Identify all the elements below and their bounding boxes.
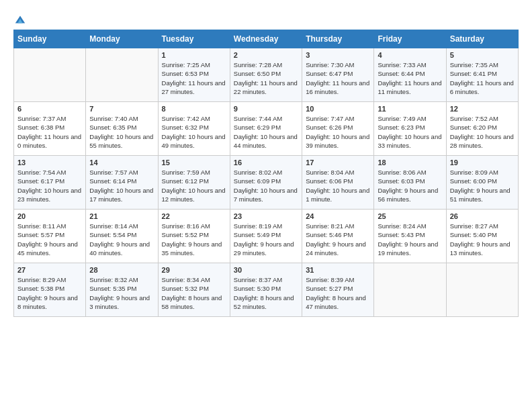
calendar-cell: 2Sunrise: 7:28 AMSunset: 6:50 PMDaylight… <box>230 48 302 102</box>
day-detail: Sunrise: 7:52 AMSunset: 6:20 PMDaylight:… <box>450 114 515 150</box>
day-number: 26 <box>450 212 515 220</box>
calendar-cell: 11Sunrise: 7:49 AMSunset: 6:23 PMDayligh… <box>374 102 446 156</box>
day-number: 15 <box>162 158 226 167</box>
day-number: 24 <box>306 212 370 220</box>
day-number: 19 <box>450 158 515 167</box>
day-number: 31 <box>306 266 370 274</box>
calendar-cell: 20Sunrise: 8:11 AMSunset: 5:57 PMDayligh… <box>14 210 86 263</box>
day-number: 23 <box>234 212 298 220</box>
calendar-cell: 14Sunrise: 7:57 AMSunset: 6:14 PMDayligh… <box>86 156 158 210</box>
day-number: 14 <box>89 158 154 167</box>
calendar-cell <box>374 263 446 317</box>
calendar-cell: 30Sunrise: 8:37 AMSunset: 5:30 PMDayligh… <box>230 263 302 317</box>
day-number: 13 <box>17 158 82 167</box>
calendar-cell <box>86 48 158 102</box>
calendar-cell: 26Sunrise: 8:27 AMSunset: 5:40 PMDayligh… <box>446 210 518 263</box>
day-detail: Sunrise: 8:21 AMSunset: 5:46 PMDaylight:… <box>306 222 370 257</box>
column-header-friday: Friday <box>374 30 446 48</box>
week-row-1: 1Sunrise: 7:25 AMSunset: 6:53 PMDaylight… <box>14 48 519 102</box>
calendar-cell: 8Sunrise: 7:42 AMSunset: 6:32 PMDaylight… <box>158 102 230 156</box>
day-number: 12 <box>450 105 515 113</box>
column-header-tuesday: Tuesday <box>158 30 230 48</box>
calendar-cell: 23Sunrise: 8:19 AMSunset: 5:49 PMDayligh… <box>230 210 302 263</box>
day-number: 20 <box>17 212 82 220</box>
column-header-sunday: Sunday <box>14 30 86 48</box>
calendar-cell: 12Sunrise: 7:52 AMSunset: 6:20 PMDayligh… <box>446 102 518 156</box>
logo-icon <box>14 13 26 26</box>
calendar-cell: 24Sunrise: 8:21 AMSunset: 5:46 PMDayligh… <box>302 210 374 263</box>
day-detail: Sunrise: 8:16 AMSunset: 5:52 PMDaylight:… <box>162 222 226 257</box>
calendar-cell: 27Sunrise: 8:29 AMSunset: 5:38 PMDayligh… <box>14 263 86 317</box>
calendar-cell: 15Sunrise: 7:59 AMSunset: 6:12 PMDayligh… <box>158 156 230 210</box>
calendar-cell: 3Sunrise: 7:30 AMSunset: 6:47 PMDaylight… <box>302 48 374 102</box>
day-detail: Sunrise: 7:59 AMSunset: 6:12 PMDaylight:… <box>162 168 226 203</box>
day-detail: Sunrise: 8:11 AMSunset: 5:57 PMDaylight:… <box>17 222 82 257</box>
calendar-cell: 9Sunrise: 7:44 AMSunset: 6:29 PMDaylight… <box>230 102 302 156</box>
day-detail: Sunrise: 7:40 AMSunset: 6:35 PMDaylight:… <box>89 114 154 150</box>
day-number: 5 <box>450 51 515 59</box>
day-number: 29 <box>162 266 226 274</box>
day-detail: Sunrise: 8:27 AMSunset: 5:40 PMDaylight:… <box>450 222 515 257</box>
week-row-4: 20Sunrise: 8:11 AMSunset: 5:57 PMDayligh… <box>14 210 519 263</box>
day-detail: Sunrise: 8:06 AMSunset: 6:03 PMDaylight:… <box>378 168 442 203</box>
day-detail: Sunrise: 8:24 AMSunset: 5:43 PMDaylight:… <box>378 222 442 257</box>
day-detail: Sunrise: 7:47 AMSunset: 6:26 PMDaylight:… <box>306 114 370 150</box>
day-detail: Sunrise: 8:39 AMSunset: 5:27 PMDaylight:… <box>306 275 370 311</box>
day-number: 6 <box>17 105 82 113</box>
week-row-2: 6Sunrise: 7:37 AMSunset: 6:38 PMDaylight… <box>14 102 519 156</box>
calendar-cell: 13Sunrise: 7:54 AMSunset: 6:17 PMDayligh… <box>14 156 86 210</box>
day-detail: Sunrise: 8:14 AMSunset: 5:54 PMDaylight:… <box>89 222 154 257</box>
calendar-cell: 21Sunrise: 8:14 AMSunset: 5:54 PMDayligh… <box>86 210 158 263</box>
day-number: 22 <box>162 212 226 220</box>
logo <box>13 13 26 23</box>
day-detail: Sunrise: 8:34 AMSunset: 5:32 PMDaylight:… <box>162 275 226 311</box>
calendar-cell: 19Sunrise: 8:09 AMSunset: 6:00 PMDayligh… <box>446 156 518 210</box>
week-row-3: 13Sunrise: 7:54 AMSunset: 6:17 PMDayligh… <box>14 156 519 210</box>
day-detail: Sunrise: 8:04 AMSunset: 6:06 PMDaylight:… <box>306 168 370 203</box>
day-detail: Sunrise: 7:54 AMSunset: 6:17 PMDaylight:… <box>17 168 82 203</box>
calendar-cell: 4Sunrise: 7:33 AMSunset: 6:44 PMDaylight… <box>374 48 446 102</box>
day-detail: Sunrise: 7:42 AMSunset: 6:32 PMDaylight:… <box>162 114 226 150</box>
day-detail: Sunrise: 8:29 AMSunset: 5:38 PMDaylight:… <box>17 275 82 311</box>
column-header-saturday: Saturday <box>446 30 518 48</box>
day-detail: Sunrise: 8:02 AMSunset: 6:09 PMDaylight:… <box>234 168 298 203</box>
day-number: 18 <box>378 158 442 167</box>
calendar-cell: 17Sunrise: 8:04 AMSunset: 6:06 PMDayligh… <box>302 156 374 210</box>
day-detail: Sunrise: 7:25 AMSunset: 6:53 PMDaylight:… <box>162 60 226 96</box>
calendar-cell: 6Sunrise: 7:37 AMSunset: 6:38 PMDaylight… <box>14 102 86 156</box>
day-detail: Sunrise: 8:09 AMSunset: 6:00 PMDaylight:… <box>450 168 515 203</box>
calendar-cell: 18Sunrise: 8:06 AMSunset: 6:03 PMDayligh… <box>374 156 446 210</box>
day-number: 7 <box>89 105 154 113</box>
calendar-cell: 22Sunrise: 8:16 AMSunset: 5:52 PMDayligh… <box>158 210 230 263</box>
day-number: 9 <box>234 105 298 113</box>
day-number: 27 <box>17 266 82 274</box>
day-detail: Sunrise: 8:19 AMSunset: 5:49 PMDaylight:… <box>234 222 298 257</box>
day-number: 4 <box>378 51 442 59</box>
day-number: 21 <box>89 212 154 220</box>
header-row: SundayMondayTuesdayWednesdayThursdayFrid… <box>14 30 519 48</box>
column-header-thursday: Thursday <box>302 30 374 48</box>
day-detail: Sunrise: 7:44 AMSunset: 6:29 PMDaylight:… <box>234 114 298 150</box>
calendar-cell: 7Sunrise: 7:40 AMSunset: 6:35 PMDaylight… <box>86 102 158 156</box>
calendar-cell: 1Sunrise: 7:25 AMSunset: 6:53 PMDaylight… <box>158 48 230 102</box>
day-detail: Sunrise: 7:57 AMSunset: 6:14 PMDaylight:… <box>89 168 154 203</box>
day-detail: Sunrise: 7:37 AMSunset: 6:38 PMDaylight:… <box>17 114 82 150</box>
day-number: 1 <box>162 51 226 59</box>
day-detail: Sunrise: 7:30 AMSunset: 6:47 PMDaylight:… <box>306 60 370 96</box>
day-number: 16 <box>234 158 298 167</box>
week-row-5: 27Sunrise: 8:29 AMSunset: 5:38 PMDayligh… <box>14 263 519 317</box>
day-detail: Sunrise: 8:37 AMSunset: 5:30 PMDaylight:… <box>234 275 298 311</box>
day-number: 11 <box>378 105 442 113</box>
day-number: 8 <box>162 105 226 113</box>
calendar-cell: 5Sunrise: 7:35 AMSunset: 6:41 PMDaylight… <box>446 48 518 102</box>
calendar-cell: 28Sunrise: 8:32 AMSunset: 5:35 PMDayligh… <box>86 263 158 317</box>
day-detail: Sunrise: 8:32 AMSunset: 5:35 PMDaylight:… <box>89 275 154 311</box>
calendar-cell: 25Sunrise: 8:24 AMSunset: 5:43 PMDayligh… <box>374 210 446 263</box>
day-detail: Sunrise: 7:33 AMSunset: 6:44 PMDaylight:… <box>378 60 442 96</box>
day-detail: Sunrise: 7:35 AMSunset: 6:41 PMDaylight:… <box>450 60 515 96</box>
day-detail: Sunrise: 7:28 AMSunset: 6:50 PMDaylight:… <box>234 60 298 96</box>
day-detail: Sunrise: 7:49 AMSunset: 6:23 PMDaylight:… <box>378 114 442 150</box>
calendar-table: SundayMondayTuesdayWednesdayThursdayFrid… <box>13 30 519 317</box>
day-number: 30 <box>234 266 298 274</box>
day-number: 17 <box>306 158 370 167</box>
